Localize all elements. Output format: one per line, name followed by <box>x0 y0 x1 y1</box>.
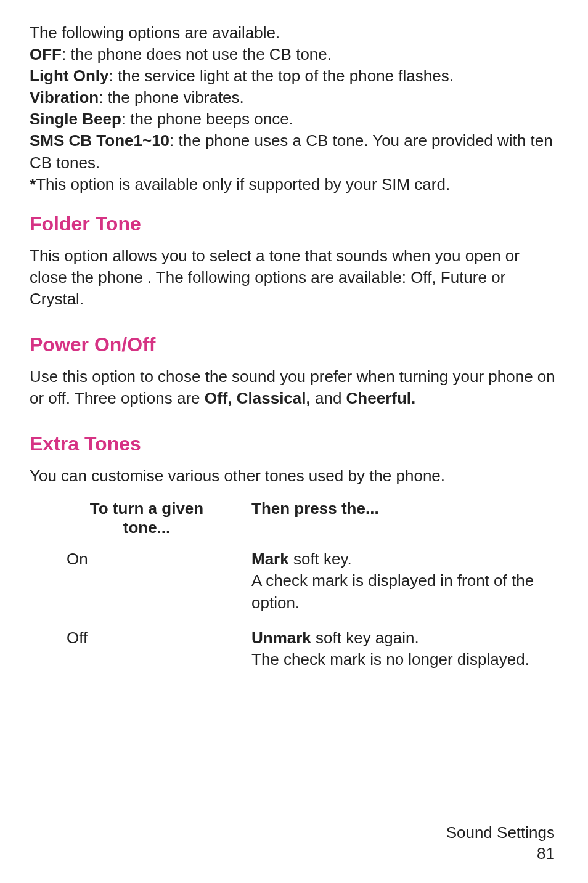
intro-sms: SMS CB Tone1~10: the phone uses a CB ton… <box>30 130 561 173</box>
table-row: On Mark soft key. A check mark is displa… <box>67 548 547 627</box>
row-off-desc: Unmark soft key again. The check mark is… <box>251 627 547 684</box>
power-onoff-para: Use this option to chose the sound you p… <box>30 366 561 409</box>
intro-line1: The following options are available. <box>30 22 561 44</box>
extra-tones-para: You can customise various other tones us… <box>30 465 561 487</box>
intro-block: The following options are available. OFF… <box>30 22 561 195</box>
intro-beep: Single Beep: the phone beeps once. <box>30 108 561 130</box>
folder-tone-para: This option allows you to select a tone … <box>30 245 561 310</box>
intro-vibration: Vibration: the phone vibrates. <box>30 87 561 108</box>
extra-tones-heading: Extra Tones <box>30 433 561 455</box>
page-footer: Sound Settings 81 <box>446 823 555 865</box>
intro-note: *This option is available only if suppor… <box>30 174 561 195</box>
table-header-row: To turn a given tone... Then press the..… <box>67 499 547 548</box>
table-row: Off Unmark soft key again. The check mar… <box>67 627 547 684</box>
extra-tones-table: To turn a given tone... Then press the..… <box>67 499 547 683</box>
footer-section-title: Sound Settings <box>446 823 555 844</box>
intro-off: OFF: the phone does not use the CB tone. <box>30 44 561 65</box>
table-header-left: To turn a given tone... <box>67 499 251 548</box>
power-onoff-heading: Power On/Off <box>30 333 561 356</box>
intro-light: Light Only: the service light at the top… <box>30 65 561 87</box>
table-header-right: Then press the... <box>251 499 547 548</box>
folder-tone-heading: Folder Tone <box>30 213 561 235</box>
footer-page-number: 81 <box>446 844 555 865</box>
row-on-desc: Mark soft key. A check mark is displayed… <box>251 548 547 627</box>
row-off-label: Off <box>67 627 251 684</box>
row-on-label: On <box>67 548 251 627</box>
